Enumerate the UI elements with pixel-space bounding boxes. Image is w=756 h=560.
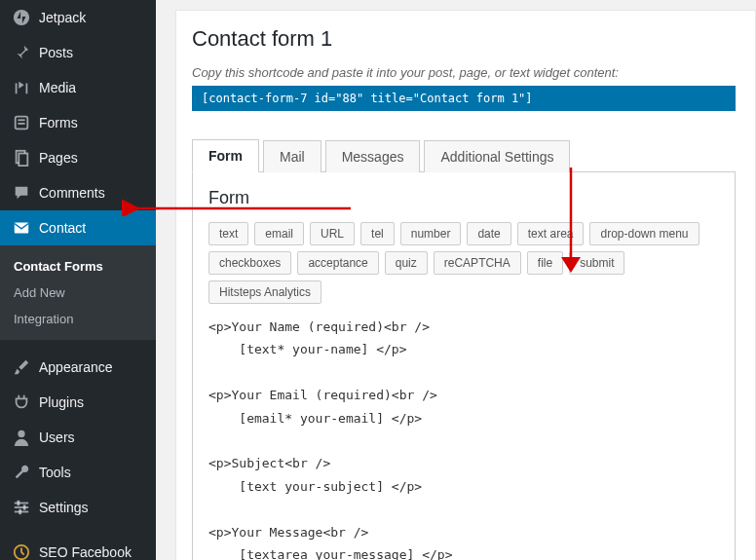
submenu-add-new[interactable]: Add New xyxy=(0,280,156,306)
menu-forms[interactable]: Forms xyxy=(0,105,156,140)
main-content: Contact form 1 Copy this shortcode and p… xyxy=(156,0,756,560)
svg-rect-2 xyxy=(18,119,24,121)
jetpack-icon xyxy=(12,8,31,27)
menu-label: Comments xyxy=(39,185,105,201)
tag-email[interactable]: email xyxy=(254,222,304,245)
tag-acceptance[interactable]: acceptance xyxy=(297,251,378,275)
tab-messages[interactable]: Messages xyxy=(325,140,421,172)
submenu-integration[interactable]: Integration xyxy=(0,306,156,332)
tabs: FormMailMessagesAdditional Settings xyxy=(192,138,736,172)
media-icon xyxy=(12,78,31,97)
tag-quiz[interactable]: quiz xyxy=(385,251,428,275)
mail-icon xyxy=(12,218,31,238)
menu-label: Tools xyxy=(39,465,71,480)
tab-form[interactable]: Form xyxy=(192,139,259,172)
shortcode-help: Copy this shortcode and paste it into yo… xyxy=(192,65,736,80)
seo-icon xyxy=(12,542,31,560)
submenu-contact: Contact FormsAdd NewIntegration xyxy=(0,245,156,340)
menu-plugins[interactable]: Plugins xyxy=(0,385,156,420)
menu-label: Posts xyxy=(39,45,73,60)
forms-icon xyxy=(12,113,31,132)
tag-tel[interactable]: tel xyxy=(360,222,395,245)
menu-label: Settings xyxy=(39,500,89,515)
wrench-icon xyxy=(12,463,31,482)
menu-label: Contact xyxy=(39,220,86,236)
tab-mail[interactable]: Mail xyxy=(263,140,321,172)
svg-rect-11 xyxy=(18,501,20,505)
menu-label: Jetpack xyxy=(39,10,86,25)
admin-sidebar: JetpackPostsMediaFormsPagesCommentsConta… xyxy=(0,0,156,560)
menu-label: Appearance xyxy=(39,359,113,375)
menu-label: Pages xyxy=(39,150,78,166)
sliders-icon xyxy=(12,498,31,517)
plug-icon xyxy=(12,392,31,412)
menu-label: Media xyxy=(39,80,76,95)
form-tab-panel: Form textemailURLtelnumberdatetext aread… xyxy=(192,172,736,560)
tag-drop-down-menu[interactable]: drop-down menu xyxy=(589,222,699,245)
menu-seo-facebook[interactable]: SEO Facebook xyxy=(0,535,156,560)
tag-date[interactable]: date xyxy=(467,222,510,245)
tag-text[interactable]: text xyxy=(208,222,248,245)
tag-recaptcha[interactable]: reCAPTCHA xyxy=(434,251,521,275)
menu-comments[interactable]: Comments xyxy=(0,175,156,210)
svg-rect-5 xyxy=(19,154,27,167)
tab-additional-settings[interactable]: Additional Settings xyxy=(424,140,570,172)
svg-rect-9 xyxy=(15,506,28,508)
form-code-textarea[interactable]: <p>Your Name (required)<br /> [text* you… xyxy=(208,316,719,560)
form-heading: Form xyxy=(208,188,719,208)
menu-users[interactable]: Users xyxy=(0,420,156,455)
menu-settings[interactable]: Settings xyxy=(0,490,156,525)
submenu-contact-forms[interactable]: Contact Forms xyxy=(0,253,156,280)
menu-label: Users xyxy=(39,429,75,445)
tag-checkboxes[interactable]: checkboxes xyxy=(208,251,291,275)
tag-url[interactable]: URL xyxy=(310,222,355,245)
tag-hitsteps-analytics[interactable]: Hitsteps Analytics xyxy=(208,280,321,304)
menu-appearance[interactable]: Appearance xyxy=(0,350,156,385)
comment-icon xyxy=(12,183,31,203)
menu-jetpack[interactable]: Jetpack xyxy=(0,0,156,35)
menu-media[interactable]: Media xyxy=(0,70,156,105)
svg-rect-13 xyxy=(19,509,21,514)
tag-generator-row: textemailURLtelnumberdatetext areadrop-d… xyxy=(208,222,719,304)
svg-point-0 xyxy=(14,10,29,25)
pages-icon xyxy=(12,148,31,168)
page-title: Contact form 1 xyxy=(192,19,736,65)
pin-icon xyxy=(12,43,31,62)
menu-label: SEO Facebook xyxy=(39,544,132,560)
menu-label: Plugins xyxy=(39,394,84,410)
menu-label: Forms xyxy=(39,115,78,131)
shortcode-box[interactable]: [contact-form-7 id="88" title="Contact f… xyxy=(192,86,736,111)
menu-contact[interactable]: Contact xyxy=(0,210,156,245)
menu-posts[interactable]: Posts xyxy=(0,35,156,70)
svg-point-7 xyxy=(18,430,24,437)
form-panel: Contact form 1 Copy this shortcode and p… xyxy=(175,10,756,560)
user-icon xyxy=(12,428,31,447)
tag-file[interactable]: file xyxy=(527,251,563,275)
brush-icon xyxy=(12,357,31,377)
svg-rect-8 xyxy=(15,503,28,504)
tag-text-area[interactable]: text area xyxy=(517,222,585,245)
tag-number[interactable]: number xyxy=(400,222,462,245)
menu-tools[interactable]: Tools xyxy=(0,455,156,490)
svg-rect-12 xyxy=(23,504,26,509)
tag-submit[interactable]: submit xyxy=(569,251,624,275)
svg-rect-3 xyxy=(18,123,24,125)
svg-rect-6 xyxy=(15,223,28,234)
menu-pages[interactable]: Pages xyxy=(0,140,156,175)
